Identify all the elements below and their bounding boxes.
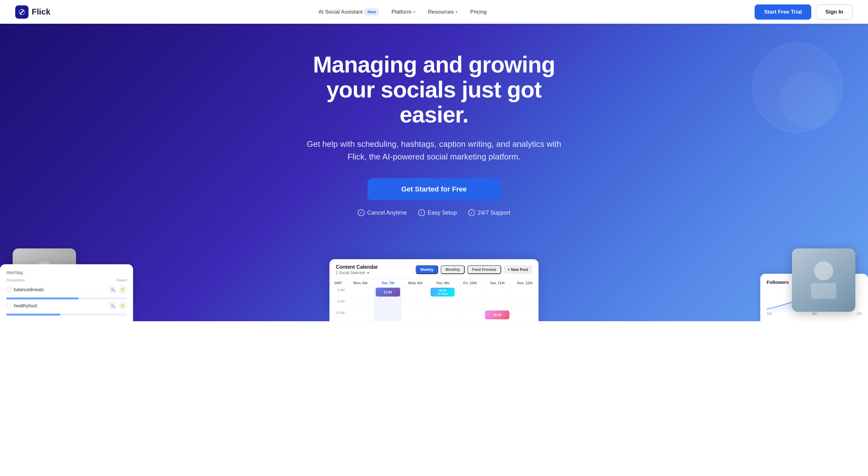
hashtag-icons-2: 🔍 📁 — [109, 302, 127, 309]
nav-pricing[interactable]: Pricing — [470, 9, 487, 15]
hashtag-checkbox[interactable] — [6, 287, 11, 292]
hero-section: Managing and growing your socials just g… — [0, 24, 868, 321]
search-icon-btn[interactable]: 🔍 — [109, 286, 117, 294]
hero-text-block: Managing and growing your socials just g… — [291, 52, 577, 233]
cell-tue-8[interactable]: 11:20 — [374, 287, 401, 299]
cell-wed-8[interactable] — [402, 287, 429, 299]
get-started-button[interactable]: Get Started for Free — [368, 178, 500, 200]
calendar-title: Content Calendar — [336, 264, 378, 270]
nav-resources-label: Resources — [428, 9, 454, 15]
hashtag-row-1: balancedmeals 🔍 📁 — [6, 283, 127, 296]
new-post-button[interactable]: + New Post — [504, 266, 532, 274]
hero-title: Managing and growing your socials just g… — [299, 52, 569, 128]
nav-platform-label: Platform — [392, 9, 411, 15]
tab-weekly[interactable]: Weekly — [415, 265, 438, 274]
chevron-down-icon: ▾ — [367, 271, 369, 275]
cell-fri-10[interactable] — [457, 310, 484, 321]
check-icon: ✓ — [418, 209, 425, 216]
folder-icon-btn-2[interactable]: 📁 — [119, 302, 127, 309]
start-trial-button[interactable]: Start Free Trial — [754, 4, 811, 20]
col-thu: Thu, 9th — [429, 279, 456, 287]
cell-mon-10[interactable] — [347, 310, 374, 321]
hashtag-card: Hashtag Competition Reach balancedmeals … — [0, 264, 133, 321]
folder-icon-btn[interactable]: 📁 — [119, 286, 127, 294]
cell-mon-9[interactable] — [347, 299, 374, 310]
badge-cancel: ✓ Cancel Anytime — [358, 209, 407, 216]
hashtag-row-2: healthyfood 🔍 📁 — [6, 299, 127, 312]
nav-pricing-label: Pricing — [470, 9, 487, 15]
post-item-3[interactable]: 10:50 — [485, 310, 509, 319]
cell-thu-9[interactable] — [429, 299, 456, 310]
cell-thu-10[interactable] — [429, 310, 456, 321]
signin-button[interactable]: Sign In — [816, 4, 853, 20]
badge-support: ✓ 24/7 Support — [468, 209, 510, 216]
cell-wed-10[interactable] — [402, 310, 429, 321]
cell-tue-9[interactable] — [374, 299, 401, 310]
col-mon: Mon, 6th — [347, 279, 374, 287]
hashtag-icons: 🔍 📁 — [109, 286, 127, 294]
nav-ai-social[interactable]: AI Social Assistant New — [318, 8, 379, 15]
profile-photo-right — [792, 248, 855, 312]
comp-reach-labels: Competition Reach — [6, 278, 127, 282]
search-icon-btn-2[interactable]: 🔍 — [109, 302, 117, 309]
nav-ai-badge: New — [365, 8, 379, 15]
hero-subtitle: Get help with scheduling, hashtags, capt… — [299, 138, 569, 163]
nav-resources[interactable]: Resources ▾ — [428, 9, 458, 15]
cell-wed-9[interactable] — [402, 299, 429, 310]
col-fri: Fri, 10th — [457, 279, 484, 287]
col-wed: Wed, 8th — [402, 279, 429, 287]
tab-monthly[interactable]: Monthly — [441, 265, 465, 274]
hero-badges: ✓ Cancel Anytime ✓ Easy Setup ✓ 24/7 Sup… — [299, 209, 569, 216]
hero-dashboard-area: Hashtag Competition Reach balancedmeals … — [0, 233, 868, 321]
hashtag-name-2: healthyfood — [14, 303, 106, 308]
hashtag-checkbox-2[interactable] — [6, 304, 11, 308]
hashtag-card-header: Hashtag — [6, 270, 127, 275]
chevron-down-icon: ▾ — [413, 10, 415, 14]
time-9am: 9 AM — [330, 299, 347, 310]
person-silhouette-right — [811, 262, 836, 299]
time-10am: 10 AM — [330, 310, 347, 321]
cell-mon-8[interactable] — [347, 287, 374, 299]
badge-setup: ✓ Easy Setup — [418, 209, 457, 216]
analytics-axis: 600 400 200 — [767, 312, 862, 315]
col-tue: Tue, 7th — [374, 279, 401, 287]
cell-sat-8[interactable] — [484, 287, 511, 299]
cell-thu-8[interactable]: 09:00 +2 Posts — [429, 287, 456, 299]
check-icon: ✓ — [468, 209, 475, 216]
col-sun: Sun, 12th — [511, 279, 538, 287]
logo-icon — [15, 5, 29, 19]
hashtag-bar-fill-2 — [6, 314, 61, 315]
cell-sat-9[interactable] — [484, 299, 511, 310]
calendar-grid: GMT Mon, 6th Tue, 7th Wed, 8th Thu, 9th … — [330, 279, 538, 321]
check-icon: ✓ — [358, 209, 365, 216]
post-item-2[interactable]: 09:00 +2 Posts — [431, 288, 455, 297]
cell-sun-9[interactable] — [511, 299, 538, 310]
calendar-tabs: Weekly Monthly Feed Preview + New Post — [415, 265, 532, 274]
navbar: Flick AI Social Assistant New Platform ▾… — [0, 0, 868, 24]
calendar-card: Content Calendar 1 Social Selected ▾ Wee… — [330, 259, 538, 321]
chevron-down-icon: ▾ — [456, 10, 458, 14]
nav-center: AI Social Assistant New Platform ▾ Resou… — [318, 8, 487, 15]
calendar-subtitle: 1 Social Selected ▾ — [336, 271, 378, 275]
cell-fri-8[interactable] — [457, 287, 484, 299]
tab-feed-preview[interactable]: Feed Preview — [467, 265, 501, 274]
cell-sun-8[interactable] — [511, 287, 538, 299]
nav-platform[interactable]: Platform ▾ — [392, 9, 415, 15]
logo[interactable]: Flick — [15, 5, 50, 19]
cell-sun-10[interactable] — [511, 310, 538, 321]
nav-ai-label: AI Social Assistant — [318, 9, 363, 15]
hashtag-name: balancedmeals — [14, 287, 106, 292]
cell-fri-9[interactable] — [457, 299, 484, 310]
calendar-header: Content Calendar 1 Social Selected ▾ Wee… — [330, 259, 538, 279]
calendar-title-block: Content Calendar 1 Social Selected ▾ — [336, 264, 378, 275]
post-item-1[interactable]: 11:20 — [376, 288, 400, 297]
cell-tue-10[interactable] — [374, 310, 401, 321]
nav-right: Start Free Trial Sign In — [754, 4, 853, 20]
col-sat: Sat, 11th — [484, 279, 511, 287]
hashtag-bar-2 — [6, 314, 127, 315]
col-gmt: GMT — [330, 279, 347, 287]
cell-sat-10[interactable]: 10:50 — [484, 310, 511, 321]
brand-name: Flick — [32, 7, 50, 17]
time-8am: 8 AM — [330, 287, 347, 299]
